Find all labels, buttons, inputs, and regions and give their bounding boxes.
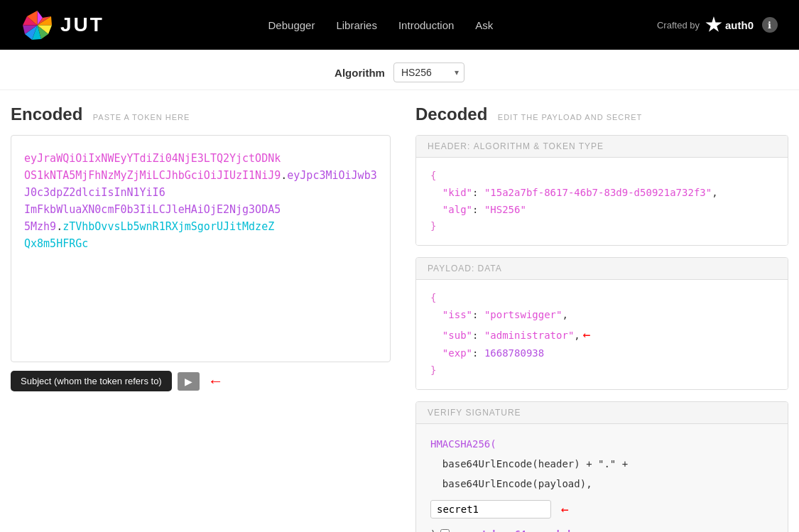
algorithm-select[interactable]: HS256 HS384 HS512 RS256 [393, 63, 464, 82]
header-alg-value: "HS256" [484, 204, 526, 215]
verify-section-label: VERIFY SIGNATURE [428, 408, 521, 418]
auth0-info-icon[interactable]: ℹ [762, 17, 778, 33]
dot1: . [281, 169, 287, 182]
payload-red-arrow: ← [583, 327, 591, 342]
header-section-box: HEADER: ALGORITHM & TOKEN TYPE { "kid": … [415, 135, 788, 246]
payload-iss-key: "iss" [442, 309, 472, 320]
payload-exp-value: 1668780938 [484, 347, 544, 359]
verify-section-box: VERIFY SIGNATURE HMACSHA256( base64UrlEn… [415, 401, 788, 532]
nav-debugger[interactable]: Debugger [268, 19, 315, 31]
crafted-by-label: Crafted by [657, 20, 700, 31]
base64-checkbox[interactable] [440, 529, 450, 532]
payload-section-box: PAYLOAD: DATA { "iss": "portswigger", "s… [415, 257, 788, 390]
logo-icon [21, 9, 53, 41]
payload-close-brace: } [430, 364, 436, 376]
header-section-body[interactable]: { "kid": "15a2a7bf-8617-46b7-83d9-d50921… [416, 158, 788, 245]
checkbox-row: ) secret base64 encoded [430, 525, 773, 532]
encoded-panel: Encoded PASTE A TOKEN HERE eyJraWQiOiIxN… [11, 104, 405, 532]
header-colon2: : [472, 204, 484, 215]
main-content: Encoded PASTE A TOKEN HERE eyJraWQiOiIxN… [0, 90, 799, 532]
tooltip-arrow-button[interactable]: ▶ [178, 372, 200, 391]
decoded-header: Decoded EDIT THE PAYLOAD AND SECRET [415, 104, 788, 124]
red-arrow-icon: ← [208, 372, 224, 391]
secret-red-arrow: ← [561, 496, 569, 522]
header-colon1: : [472, 187, 484, 198]
nav-libraries[interactable]: Libraries [336, 19, 377, 31]
algorithm-select-wrap: HS256 HS384 HS512 RS256 [393, 63, 464, 82]
decoded-panel: Decoded EDIT THE PAYLOAD AND SECRET HEAD… [405, 104, 788, 532]
header: JUT Debugger Libraries Introduction Ask … [0, 0, 799, 50]
encoded-box[interactable]: eyJraWQiOiIxNWEyYTdiZi04NjE3LTQ2YjctODNk… [11, 135, 391, 362]
main-nav: Debugger Libraries Introduction Ask [268, 19, 494, 31]
tooltip-box: Subject (whom the token refers to) [11, 371, 172, 391]
header-section-sublabel: ALGORITHM & TOKEN TYPE [474, 141, 604, 151]
auth0-logo: auth0 [705, 16, 754, 33]
nav-ask[interactable]: Ask [475, 19, 493, 31]
header-alg-key: "alg" [442, 204, 472, 215]
header-kid-value: "15a2a7bf-8617-46b7-83d9-d50921a732f3" [484, 187, 712, 198]
checkbox-label: secret base64 encoded [454, 525, 570, 532]
encoded-header: Encoded PASTE A TOKEN HERE [11, 104, 391, 124]
crafted-by-area: Crafted by auth0 ℹ [657, 16, 778, 33]
nav-introduction[interactable]: Introduction [398, 19, 454, 31]
header-kid-key: "kid" [442, 187, 472, 198]
payload-exp-key: "exp" [442, 347, 472, 359]
payload-sub-value: "administrator" [484, 330, 574, 341]
auth0-star-icon [705, 16, 722, 33]
payload-section-header: PAYLOAD: DATA [416, 258, 788, 280]
encoded-title: Encoded [11, 104, 82, 124]
close-paren: ) [430, 525, 436, 532]
decoded-title: Decoded [415, 104, 487, 124]
header-section-label: HEADER: [428, 141, 470, 151]
payload-sub-key: "sub" [442, 330, 472, 341]
header-close-brace: } [430, 220, 436, 232]
payload-section-body[interactable]: { "iss": "portswigger", "sub": "administ… [416, 280, 788, 389]
decoded-subtitle: EDIT THE PAYLOAD AND SECRET [498, 113, 642, 121]
encoded-part1: eyJraWQiOiIxNWEyYTdiZi04NjE3LTQ2YjctODNk… [24, 152, 281, 182]
tooltip-area: Subject (whom the token refers to) ▶ ← [11, 371, 391, 391]
logo-text: JUT [60, 13, 104, 36]
verify-line3: base64UrlEncode(payload), [442, 478, 592, 489]
algorithm-row: Algorithm HS256 HS384 HS512 RS256 [0, 50, 799, 90]
header-open-brace: { [430, 170, 436, 181]
logo-area: JUT [21, 9, 104, 41]
payload-section-label: PAYLOAD: [428, 264, 474, 273]
hmac-func: HMACSHA256( [430, 438, 496, 450]
dot2: . [56, 220, 62, 233]
algorithm-label: Algorithm [335, 67, 385, 79]
secret-input-row: ← [430, 496, 773, 522]
secret-input[interactable] [430, 500, 551, 519]
payload-iss-value: "portswigger" [484, 309, 562, 320]
encoded-part1b: J9 [268, 169, 281, 182]
verify-line2: base64UrlEncode(header) + "." + [442, 458, 628, 469]
payload-open-brace: { [430, 292, 436, 303]
auth0-label: auth0 [725, 19, 754, 31]
header-section-header: HEADER: ALGORITHM & TOKEN TYPE [416, 136, 788, 158]
encoded-subtitle: PASTE A TOKEN HERE [93, 113, 190, 121]
verify-section-header: VERIFY SIGNATURE [416, 402, 788, 424]
verify-section-body: HMACSHA256( base64UrlEncode(header) + ".… [416, 424, 788, 532]
payload-section-sublabel: DATA [478, 264, 502, 273]
